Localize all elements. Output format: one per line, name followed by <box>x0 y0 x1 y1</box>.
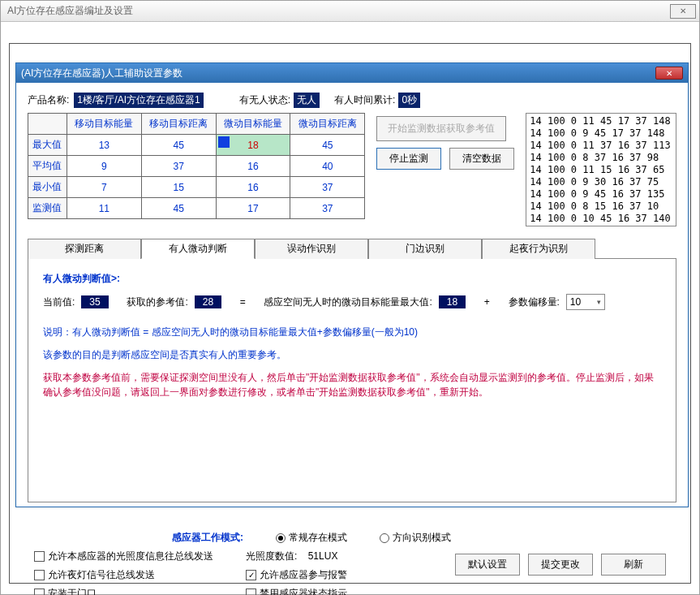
refresh-button[interactable]: 刷新 <box>601 554 666 576</box>
mode-label: 感应器工作模式: <box>172 531 243 545</box>
inner-close-button[interactable]: ✕ <box>655 67 683 80</box>
clear-data-button[interactable]: 清空数据 <box>449 148 514 170</box>
radio-icon <box>380 533 389 543</box>
explain-text: 该参数的目的是判断感应空间是否真实有人的重要参考。 <box>43 347 661 362</box>
data-log[interactable]: 14 100 0 11 45 17 37 148 14 100 0 9 45 1… <box>526 113 676 226</box>
warn-chip-icon <box>218 136 230 148</box>
table-row: 最大值 13 45 18 45 <box>28 135 365 156</box>
check-alarm[interactable]: 允许感应器参与报警 <box>246 568 347 582</box>
product-name: 1楼/客厅/AI方位存在感应器1 <box>74 93 203 108</box>
product-label: 产品名称: <box>28 93 69 107</box>
col-header: 微动目标能量 <box>216 114 290 135</box>
check-door[interactable]: 安装于门口 <box>34 587 213 595</box>
table-row: 平均值 9 37 16 40 <box>28 156 365 177</box>
presence-value: 无人 <box>294 93 320 108</box>
time-value: 0秒 <box>398 93 420 108</box>
col-header: 移动目标能量 <box>67 114 141 135</box>
lux-readout: 光照度数值: 51LUX <box>246 550 347 563</box>
submit-button[interactable]: 提交更改 <box>528 554 593 576</box>
presence-label: 有无人状态: <box>239 93 290 107</box>
col-header: 微动目标距离 <box>290 114 365 135</box>
explain-text: 说明：有人微动判断值 = 感应空间无人时的微动目标能量最大值+参数偏移量(一般为… <box>43 325 661 339</box>
ref-value: 28 <box>195 295 221 308</box>
chevron-down-icon: ▾ <box>597 298 601 306</box>
tab-false-trigger[interactable]: 误动作识别 <box>255 239 368 259</box>
offset-spinner[interactable]: 10 ▾ <box>566 294 605 310</box>
measurement-table: 移动目标能量 移动目标距离 微动目标能量 微动目标距离 最大值 13 45 18… <box>28 113 365 219</box>
checkbox-icon <box>34 551 45 562</box>
mode-dir-radio[interactable]: 方向识别模式 <box>380 531 451 545</box>
inner-title: (AI方位存在感应器)人工辅助设置参数 <box>21 67 655 80</box>
table-row: 监测值 11 45 17 37 <box>28 198 365 219</box>
section-heading: 有人微动判断值>: <box>43 272 661 286</box>
tab-distance[interactable]: 探测距离 <box>28 239 141 259</box>
radio-icon <box>276 533 286 543</box>
tab-micro-motion[interactable]: 有人微动判断 <box>141 239 255 259</box>
check-send-lux[interactable]: 允许本感应器的光照度信息往总线发送 <box>34 550 213 563</box>
col-header: 移动目标距离 <box>141 114 216 135</box>
outer-close-button[interactable]: ✕ <box>670 4 696 19</box>
check-night-light[interactable]: 允许夜灯信号往总线发送 <box>34 568 213 582</box>
checkbox-icon <box>246 589 256 595</box>
check-disable-status[interactable]: 禁用感应器状态指示 <box>246 587 347 595</box>
time-label: 有人时间累计: <box>334 93 395 107</box>
mode-normal-radio[interactable]: 常规存在模式 <box>276 531 347 545</box>
tab-door[interactable]: 门边识别 <box>368 239 482 259</box>
current-value: 35 <box>81 295 108 308</box>
max-value: 18 <box>439 295 466 308</box>
stop-monitor-button[interactable]: 停止监测 <box>376 148 441 170</box>
explain-warning: 获取本参数参考值前，需要保证探测空间里没有人，然后单击"开始监测数据获取参考值"… <box>43 370 661 399</box>
tab-body: 有人微动判断值>: 当前值: 35 获取的参考值: 28 = 感应空间无人时的微… <box>28 259 676 502</box>
outer-title: AI方位存在感应器编址及设置 <box>4 4 668 18</box>
start-monitor-button[interactable]: 开始监测数据获取参考值 <box>376 116 506 141</box>
inner-titlebar: (AI方位存在感应器)人工辅助设置参数 ✕ <box>16 63 688 83</box>
tab-row: 探测距离 有人微动判断 误动作识别 门边识别 起夜行为识别 <box>28 238 676 259</box>
checkbox-icon <box>246 570 256 580</box>
checkbox-icon <box>34 589 45 595</box>
default-button[interactable]: 默认设置 <box>455 554 520 576</box>
checkbox-icon <box>34 570 45 580</box>
table-row: 最小值 7 15 16 37 <box>28 177 365 198</box>
outer-titlebar: AI方位存在感应器编址及设置 ✕ <box>1 1 699 22</box>
tab-night[interactable]: 起夜行为识别 <box>482 239 595 259</box>
